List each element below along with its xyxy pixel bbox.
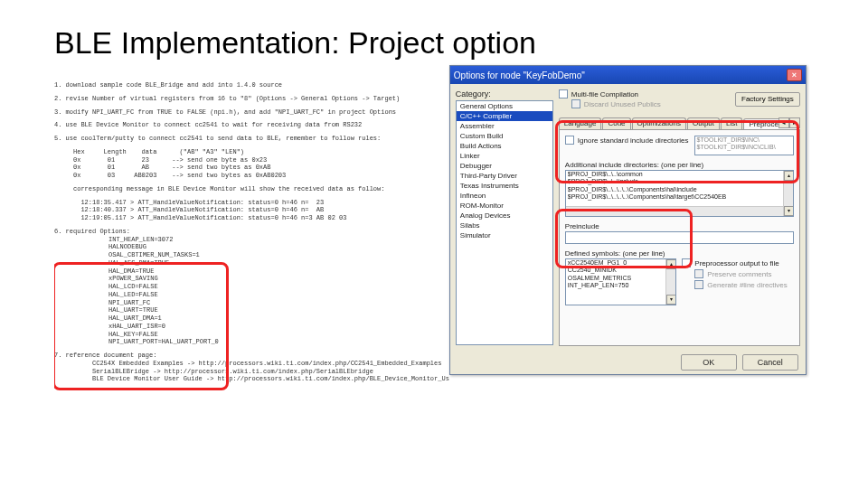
scroll-down-icon[interactable]: ▾ xyxy=(666,295,676,305)
options-dialog: Options for node "KeyFobDemo" × Category… xyxy=(449,65,807,375)
include-line: $PROJ_DIR$\..\..\..\..\Components\hal\ta… xyxy=(566,193,793,201)
scroll-up-icon[interactable]: ▴ xyxy=(784,171,794,181)
corresponding-note: corresponding message in BLE Device Moni… xyxy=(54,185,442,193)
defined-symbols-label: Defined symbols: (one per line) xyxy=(565,249,677,258)
preprocessor-output-label: Preprocessor output to file xyxy=(694,259,778,267)
opt-line: HAL_LCD=FALSE xyxy=(54,283,442,291)
category-label: Category: xyxy=(456,89,553,99)
category-item[interactable]: Linker xyxy=(457,151,552,161)
defined-symbols-textbox[interactable]: xCC2540EM_PG1_0 CC2540_MINIDK OSALMEM_ME… xyxy=(565,258,677,305)
category-item[interactable]: Custom Build xyxy=(457,131,552,141)
content-area: 1. download sample code BLE_Bridge and a… xyxy=(54,81,814,461)
multifile-label: Multi-file Compilation xyxy=(571,90,638,99)
generate-line-label: Generate #line directives xyxy=(707,281,788,289)
tab-scroll-right-icon[interactable]: ▸ xyxy=(789,117,800,128)
generate-line-checkbox: Generate #line directives xyxy=(682,280,794,289)
discard-unused-label: Discard Unused Publics xyxy=(584,100,661,108)
include-line: $PROJ_DIR$\..\..\common xyxy=(566,171,793,178)
preinclude-label: Preinclude xyxy=(565,222,794,230)
additional-include-textbox[interactable]: $PROJ_DIR$\..\..\common $PROJ_DIR$\..\..… xyxy=(565,170,794,217)
tab-code[interactable]: Code xyxy=(602,117,630,129)
ref-line: SerialBLEBridge -> http://processors.wik… xyxy=(54,368,442,376)
opt-line: xPOWER_SAVING xyxy=(54,275,442,283)
opt-line: HAL_KEY=FALSE xyxy=(54,331,442,339)
preserve-comments-checkbox: Preserve comments xyxy=(682,269,794,278)
category-item[interactable]: Infineon xyxy=(457,191,552,201)
notes-pane: 1. download sample code BLE_Bridge and a… xyxy=(54,81,449,461)
ok-button[interactable]: OK xyxy=(681,354,737,371)
tab-optimizations[interactable]: Optimizations xyxy=(632,117,686,129)
preprocessor-output-checkbox[interactable]: Preprocessor output to file xyxy=(682,258,794,267)
factory-settings-button[interactable]: Factory Settings xyxy=(735,92,800,107)
category-item[interactable]: Assembler xyxy=(457,121,552,131)
multifile-checkbox[interactable]: Multi-file Compilation xyxy=(559,89,661,99)
category-item[interactable]: Silabs xyxy=(457,221,552,230)
defined-line: INT_HEAP_LEN=750 xyxy=(566,282,676,289)
category-list[interactable]: General Options C/C++ Compiler Assembler… xyxy=(456,100,553,345)
step-4: 4. use BLE Device Monitor to connect cc2… xyxy=(54,121,442,129)
ref-line: CC254X Embedded Examples -> http://proce… xyxy=(54,360,442,368)
ignore-std-checkbox[interactable]: Ignore standard include directories xyxy=(565,136,689,145)
tab-bar: Language Code Optimizations Output List … xyxy=(559,116,800,130)
scroll-up-icon[interactable]: ▴ xyxy=(666,259,676,269)
opt-line: HAL_UART_DMA=1 xyxy=(54,314,442,323)
std-include-box: $TOOLKIT_DIR$\INC\ $TOOLKIT_DIR$\INC\CLI… xyxy=(694,136,794,155)
scrollbar-vertical[interactable]: ▴ ▾ xyxy=(783,171,793,216)
opt-line: HALNODEBUG xyxy=(54,243,442,251)
category-item[interactable]: Debugger xyxy=(457,161,552,171)
category-item[interactable]: Simulator xyxy=(457,230,552,240)
hex-row-3: 0x 03 AB0203 --> send two bytes as 0xAB0… xyxy=(54,172,442,180)
ref-line: BLE Device Monitor User Guide -> http://… xyxy=(54,375,442,383)
monitor-msg-2: 12:18:40.337 > ATT_HandleValueNotificati… xyxy=(54,206,442,214)
ignore-std-label: Ignore standard include directories xyxy=(578,136,689,145)
preinclude-textbox[interactable] xyxy=(565,231,794,244)
category-item[interactable]: ROM-Monitor xyxy=(457,201,552,211)
additional-include-label: Additional include directories: (one per… xyxy=(565,161,794,169)
discard-unused-checkbox: Discard Unused Publics xyxy=(559,99,661,108)
tab-output[interactable]: Output xyxy=(687,117,720,129)
scrollbar-vertical[interactable]: ▴ ▾ xyxy=(665,259,675,305)
close-icon[interactable]: × xyxy=(787,69,802,81)
dialog-pane: Options for node "KeyFobDemo" × Category… xyxy=(449,81,814,461)
scroll-down-icon[interactable]: ▾ xyxy=(784,206,794,216)
opt-line: OSAL_CBTIMER_NUM_TASKS=1 xyxy=(54,251,442,259)
preprocessor-panel: Ignore standard include directories $TOO… xyxy=(559,130,800,346)
step-5: 5. use coolTerm/putty to connect cc2541 … xyxy=(54,135,442,143)
step-7: 7. reference document page: xyxy=(54,352,442,360)
opt-line: INT_HEAP_LEN=3072 xyxy=(54,236,442,244)
opt-line: HAL_DMA=TRUE xyxy=(54,267,442,276)
defined-line: xCC2540EM_PG1_0 xyxy=(566,259,676,267)
monitor-msg-3: 12:19:05.117 > ATT_HandleValueNotificati… xyxy=(54,214,442,222)
include-line: $PROJ_DIR$\..\..\..\..\Components\hal\in… xyxy=(566,186,793,193)
category-item[interactable]: Third-Party Driver xyxy=(457,171,552,181)
category-item[interactable]: Build Actions xyxy=(457,141,552,151)
opt-line: HAL_UART=TRUE xyxy=(54,306,442,314)
include-line: $PROJ_DIR$\..\..\include xyxy=(566,178,793,185)
tab-language[interactable]: Language xyxy=(559,117,602,129)
category-item[interactable]: Texas Instruments xyxy=(457,181,552,191)
hex-row-2: 0x 01 AB --> send two bytes as 0xAB xyxy=(54,164,442,172)
step-3: 3. modify NPI_UART_FC from TRUE to FALSE… xyxy=(54,108,442,117)
category-item[interactable]: General Options xyxy=(457,101,552,111)
tab-list[interactable]: List xyxy=(721,117,742,129)
opt-line: NPI_UART_FC xyxy=(54,299,442,307)
dialog-title: Options for node "KeyFobDemo" xyxy=(454,70,585,80)
opt-line: xHAL_UART_ISR=0 xyxy=(54,323,442,331)
monitor-msg-1: 12:18:35.417 > ATT_HandleValueNotificati… xyxy=(54,199,442,207)
dialog-body: Category: General Options C/C++ Compiler… xyxy=(450,84,806,374)
defined-line: CC2540_MINIDK xyxy=(566,267,676,274)
opt-line: NPI_UART_PORT=HAL_UART_PORT_0 xyxy=(54,338,442,346)
dialog-titlebar[interactable]: Options for node "KeyFobDemo" × xyxy=(450,66,806,84)
tab-scroll-left-icon[interactable]: ◂ xyxy=(778,117,789,128)
step-2: 2. revise Number of virtual registers fr… xyxy=(54,95,442,103)
step-6: 6. required Options: xyxy=(54,228,442,236)
opt-line: HAL_LED=FALSE xyxy=(54,291,442,299)
category-item[interactable]: Analog Devices xyxy=(457,211,552,221)
defined-line: OSALMEM_METRICS xyxy=(566,275,676,282)
category-item-selected[interactable]: C/C++ Compiler xyxy=(457,111,552,121)
hex-row-1: 0x 01 23 --> send one byte as 0x23 xyxy=(54,156,442,164)
cancel-button[interactable]: Cancel xyxy=(742,354,798,371)
page-title: BLE Implementation: Project option xyxy=(0,0,868,73)
scrollbar-horizontal[interactable] xyxy=(566,206,783,216)
step-1: 1. download sample code BLE_Bridge and a… xyxy=(54,81,442,89)
